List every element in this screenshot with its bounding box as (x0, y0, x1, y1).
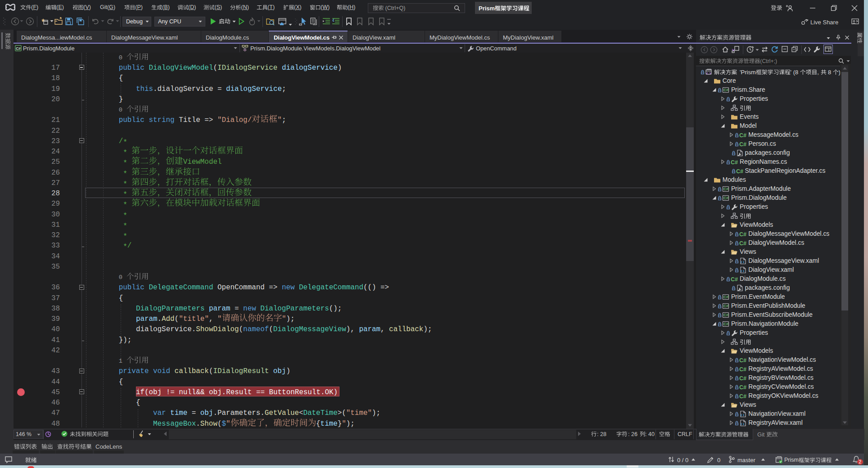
svg-text:C#: C# (739, 384, 746, 390)
svg-text:C#: C# (739, 375, 746, 381)
svg-text:C#: C# (739, 132, 746, 138)
svg-text:C#: C# (739, 240, 746, 246)
svg-text:C#: C# (723, 322, 728, 326)
svg-text:C#: C# (723, 304, 728, 308)
svg-text:C#: C# (723, 313, 728, 317)
svg-text:C#: C# (739, 231, 746, 237)
svg-text:C#: C# (723, 295, 728, 299)
svg-text:C#: C# (739, 141, 746, 147)
svg-text:C#: C# (723, 196, 728, 200)
svg-text:C#: C# (736, 168, 743, 174)
svg-text:C#: C# (731, 276, 738, 282)
svg-text:C#: C# (723, 187, 728, 191)
svg-text:C#: C# (16, 46, 21, 51)
svg-text:C#: C# (731, 159, 738, 165)
svg-text:C#: C# (739, 357, 746, 363)
svg-text:C#: C# (739, 366, 746, 372)
svg-text:C#: C# (739, 393, 746, 399)
svg-text:C#: C# (723, 88, 728, 92)
